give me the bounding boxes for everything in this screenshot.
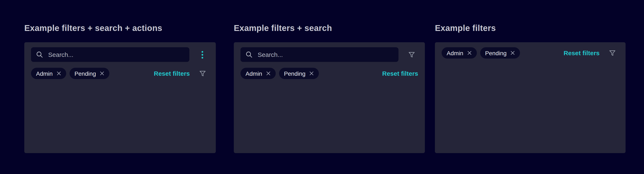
search-field[interactable] bbox=[31, 47, 190, 62]
chip-label: Pending bbox=[485, 50, 506, 56]
search-row bbox=[240, 47, 418, 62]
chip-label: Admin bbox=[447, 50, 463, 56]
actions-menu-button[interactable] bbox=[196, 48, 209, 61]
search-icon bbox=[36, 51, 43, 58]
reset-filters-link[interactable]: Reset filters bbox=[382, 70, 418, 77]
x-close-icon bbox=[100, 71, 104, 76]
funnel-icon bbox=[199, 70, 206, 77]
chip-label: Pending bbox=[284, 70, 306, 77]
x-close-icon bbox=[56, 71, 61, 76]
chip-list: Admin Pending bbox=[240, 68, 382, 79]
section-title: Example filters + search + actions bbox=[24, 22, 216, 33]
chip-list: Admin Pending bbox=[442, 47, 564, 59]
section-title: Example filters bbox=[435, 22, 626, 33]
funnel-icon bbox=[608, 49, 616, 56]
funnel-icon bbox=[408, 51, 415, 58]
chip-label: Pending bbox=[74, 70, 96, 77]
chip-remove-button[interactable] bbox=[100, 71, 104, 76]
section-filters-search: Example filters + search bbox=[234, 22, 425, 153]
x-close-icon bbox=[510, 51, 515, 55]
chip-list: Admin Pending bbox=[31, 68, 154, 79]
chip-remove-button[interactable] bbox=[510, 51, 515, 55]
chip-remove-button[interactable] bbox=[467, 51, 472, 55]
search-icon bbox=[246, 51, 253, 58]
filter-chip-admin[interactable]: Admin bbox=[442, 47, 476, 59]
chip-label: Admin bbox=[36, 70, 52, 77]
x-close-icon bbox=[266, 71, 270, 76]
section-filters-search-actions: Example filters + search + actions bbox=[24, 22, 216, 153]
filter-button[interactable] bbox=[405, 48, 418, 61]
filter-chip-pending[interactable]: Pending bbox=[69, 68, 109, 79]
search-input[interactable] bbox=[257, 51, 394, 59]
filter-button[interactable] bbox=[606, 46, 619, 60]
filter-button[interactable] bbox=[196, 67, 209, 80]
filter-panel: Admin Pending Reset filters bbox=[24, 42, 216, 153]
search-input[interactable] bbox=[47, 51, 184, 59]
reset-filters-link[interactable]: Reset filters bbox=[154, 70, 190, 77]
filter-chip-pending[interactable]: Pending bbox=[480, 47, 520, 59]
filter-panel: Admin Pending Reset filters bbox=[435, 42, 626, 153]
reset-filters-link[interactable]: Reset filters bbox=[564, 49, 600, 56]
filter-chips-row: Admin Pending Reset filters bbox=[442, 47, 619, 59]
filter-panel: Admin Pending Reset filters bbox=[234, 42, 425, 153]
chip-remove-button[interactable] bbox=[56, 71, 61, 76]
search-field[interactable] bbox=[240, 47, 398, 62]
x-close-icon bbox=[309, 71, 314, 76]
filter-chip-admin[interactable]: Admin bbox=[240, 68, 276, 79]
filter-chip-pending[interactable]: Pending bbox=[279, 68, 319, 79]
filter-chip-admin[interactable]: Admin bbox=[31, 68, 66, 79]
section-filters-only: Example filters Admin Pending bbox=[435, 22, 626, 153]
filter-chips-row: Admin Pending Reset filters bbox=[240, 68, 418, 79]
x-close-icon bbox=[467, 51, 472, 55]
chip-remove-button[interactable] bbox=[309, 71, 314, 76]
chip-label: Admin bbox=[246, 70, 262, 77]
search-row bbox=[31, 47, 209, 62]
page: Example filters + search + actions bbox=[0, 0, 644, 174]
kebab-menu-icon bbox=[202, 51, 203, 58]
chip-remove-button[interactable] bbox=[266, 71, 270, 76]
section-title: Example filters + search bbox=[234, 22, 425, 33]
filter-chips-row: Admin Pending Reset filters bbox=[31, 68, 209, 79]
